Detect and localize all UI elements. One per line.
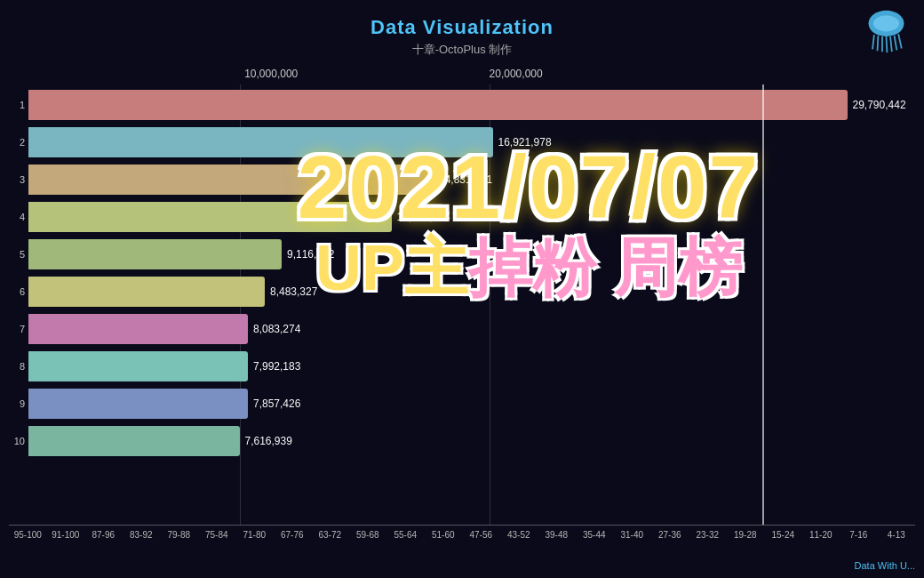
bar-row: 87,992,183 [9,348,915,385]
x-axis-label: 39-48 [538,530,576,540]
x-axis-label: 95-100 [9,530,47,540]
logo [862,9,911,53]
bar-row: 59,116,952 [9,236,915,273]
x-axis-label: 59-68 [349,530,387,540]
bar-rank: 8 [9,361,25,372]
bar-fill [28,127,493,157]
bar-row: 129,790,442 [9,86,915,124]
bar-rank: 7 [9,324,25,334]
x-axis-label: 67-76 [274,530,312,540]
bar-row: 107,616,939 [9,422,915,460]
svg-line-2 [872,35,874,49]
bar-value: 8,083,274 [253,323,300,335]
x-axis-label: 87-96 [84,530,123,540]
bar-row: 314,831,541 [9,161,915,198]
svg-line-5 [887,36,888,52]
bar-row: 97,857,426 [9,385,915,422]
svg-point-1 [873,15,899,31]
bar-row: 78,083,274 [9,310,915,348]
bar-rank: 4 [9,212,25,222]
bar-value: 29,790,442 [853,99,906,111]
x-axis-label: 63-72 [311,530,349,540]
bar-fill [28,90,848,120]
x-axis-label: 7-16 [840,530,878,540]
time-indicator-line [762,84,764,525]
bar-fill [28,165,434,195]
x-axis-label: 51-60 [425,530,463,540]
bar-fill [28,389,248,419]
x-axis-label: 79-88 [160,530,198,540]
svg-line-7 [895,36,897,50]
bar-value: 14,831,541 [439,173,492,186]
bar-value: 16,921,978 [498,136,552,149]
bar-row: 413,161,754 [9,198,915,236]
bar-value: 7,992,183 [253,360,300,373]
axis-label-10m: 10,000,000 [244,68,298,80]
title-area: Data Visualization 十章-OctoPlus 制作 [0,0,924,58]
axis-label-20m: 20,000,000 [490,68,543,80]
bar-rank: 10 [9,436,25,446]
watermark: Data With U... [855,560,915,571]
bar-value: 13,161,754 [397,211,450,223]
x-axis-label: 55-64 [386,530,425,540]
x-axis-label: 75-84 [198,530,236,540]
svg-line-8 [898,34,902,48]
bar-fill [28,314,248,344]
bar-rank: 6 [9,286,25,297]
x-axis: 95-10091-10087-9683-9279-8875-8471-8067-… [9,525,915,574]
bar-fill [28,239,282,269]
x-axis-label: 27-36 [651,530,689,540]
bar-rank: 5 [9,249,25,260]
bar-row: 216,921,978 [9,124,915,161]
x-axis-label: 35-44 [576,530,614,540]
bar-value: 9,116,952 [287,248,334,261]
bar-fill [28,277,265,307]
bar-fill [28,426,240,456]
x-axis-label: 19-28 [727,530,765,540]
main-title: Data Visualization [0,16,924,39]
x-axis-label: 83-92 [123,530,161,540]
chart-container: Data Visualization 十章-OctoPlus 制作 10,000… [0,0,924,578]
bar-value: 8,483,327 [270,285,317,298]
x-axis-label: 23-32 [689,530,727,540]
x-axis-label: 91-100 [47,530,85,540]
bar-fill [28,351,248,381]
x-axis-label: 71-80 [235,530,274,540]
x-axis-label: 4-13 [878,530,916,540]
svg-line-3 [878,36,879,51]
x-axis-label: 15-24 [764,530,802,540]
x-axis-label: 31-40 [613,530,651,540]
svg-line-6 [890,36,892,52]
x-axis-label: 11-20 [802,530,840,540]
bar-value: 7,857,426 [253,397,300,410]
sub-title: 十章-OctoPlus 制作 [0,42,924,58]
bar-rank: 1 [9,100,25,110]
bar-rank: 3 [9,174,25,185]
bars-container: 129,790,442216,921,978314,831,541413,161… [9,84,915,511]
x-axis-label: 43-52 [500,530,538,540]
axis-labels: 10,000,000 20,000,000 [9,62,915,84]
x-axis-label: 47-56 [462,530,500,540]
bar-value: 7,616,939 [245,435,292,447]
bar-fill [28,202,392,232]
bar-rank: 9 [9,398,25,409]
bar-rank: 2 [9,137,25,148]
bar-row: 68,483,327 [9,273,915,310]
